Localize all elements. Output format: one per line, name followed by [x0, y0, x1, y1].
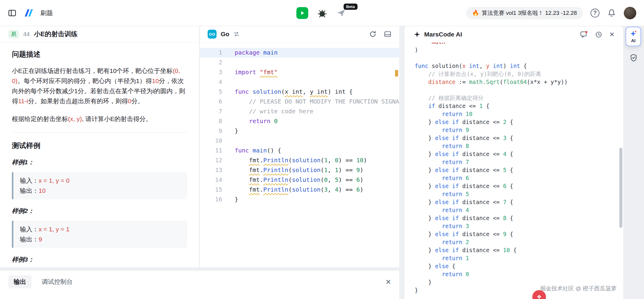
editor-line[interactable]: 6 // PLEASE DO NOT MODIFY THE FUNCTION S… — [200, 97, 399, 106]
panel-layout-icon[interactable] — [384, 30, 392, 38]
ai-code-line — [415, 86, 615, 94]
inline-code: 10 — [152, 77, 159, 84]
inline-code: (x, y) — [68, 115, 82, 122]
run-button[interactable] — [296, 7, 308, 19]
samples-heading: 测试样例 — [12, 141, 187, 150]
ai-sparkle-icon — [630, 30, 637, 37]
description-heading: 问题描述 — [12, 50, 187, 59]
ai-code-line: func solution(x int, y int) int { — [415, 62, 615, 70]
help-glyph: ? — [594, 10, 597, 16]
debug-button[interactable] — [317, 8, 327, 18]
editor-line[interactable]: 1package main — [200, 48, 399, 58]
editor-line[interactable]: 16} — [200, 195, 399, 204]
tab-debug-console[interactable]: 调试控制台 — [42, 278, 73, 286]
console-close-icon[interactable]: × — [386, 277, 391, 286]
tab-output[interactable]: 输出 — [8, 275, 31, 288]
line-number: 2 — [200, 58, 222, 67]
language-label: Go — [221, 31, 229, 38]
editor-line[interactable]: 7 // write code here — [200, 106, 399, 116]
editor-line[interactable]: 15 fmt.Println(solution(3, 4) == 6) — [200, 185, 399, 195]
inline-code: 11-i — [18, 98, 28, 104]
line-number: 10 — [200, 136, 222, 146]
go-logo: GO — [208, 30, 217, 39]
submit-button[interactable]: Beta — [336, 8, 346, 18]
ai-scrollbar-thumb[interactable] — [619, 148, 622, 228]
editor-actions — [369, 30, 392, 38]
ai-code-line: return 3 — [415, 222, 615, 230]
feedback-icon[interactable] — [580, 31, 588, 38]
ai-header: MarsCode AI × — [405, 26, 623, 42]
editor-code[interactable]: 1package main23import "fmt"45func soluti… — [200, 48, 399, 204]
editor-line[interactable]: 4 — [200, 77, 399, 87]
line-number: 12 — [200, 155, 222, 165]
reset-code-icon[interactable] — [369, 30, 377, 38]
editor-line[interactable]: 11func main() { — [200, 146, 399, 155]
top-navbar: 刷题 Beta 🔥 算法竞赛 vol1 3报名啦！ 12.23 -12.28 ? — [0, 0, 644, 26]
line-number: 6 — [200, 97, 222, 106]
side-rail: AI — [623, 26, 644, 299]
help-icon[interactable]: ? — [591, 9, 599, 18]
notification-bell-icon[interactable] — [607, 9, 616, 18]
editor-line[interactable]: 2 — [200, 58, 399, 67]
line-number: 4 — [200, 77, 222, 87]
navbar-right: 🔥 算法竞赛 vol1 3报名啦！ 12.23 -12.28 ? — [466, 7, 644, 19]
ai-code-line: return 10 — [415, 110, 615, 118]
ai-panel: MarsCode AI × "math") func solution(x in… — [405, 26, 623, 299]
problem-body: 问题描述 小E正在训练场进行射击练习，靶有10个环，靶心位于坐标(0, 0)。每… — [0, 42, 199, 265]
problem-id: 44 — [23, 31, 30, 38]
samples-container: 样例1：输入：x = 1, y = 0输出：10样例2：输入：x = 1, y … — [12, 157, 187, 265]
sample-block: 输入：x = 1, y = 1输出：9 — [12, 221, 187, 248]
warning-ruler-marker — [395, 70, 398, 77]
ai-code-line: } else if distance <= 5 { — [415, 166, 615, 174]
marscode-logo — [23, 8, 34, 18]
line-number: 7 — [200, 106, 222, 116]
problem-paragraphs: 小E正在训练场进行射击练习，靶有10个环，靶心位于坐标(0, 0)。每个环对应不… — [12, 66, 187, 124]
line-number: 16 — [200, 195, 222, 204]
editor-line[interactable]: 12 fmt.Println(solution(1, 0) == 10) — [200, 155, 399, 165]
ai-tool-button[interactable]: AI — [626, 27, 641, 46]
editor-body[interactable]: 1package main23import "fmt"45func soluti… — [200, 42, 399, 204]
ai-code-line: return 8 — [415, 142, 615, 150]
ai-code-line: return 2 — [415, 238, 615, 246]
promo-icon: 🔥 — [472, 9, 479, 16]
history-icon[interactable] — [595, 31, 602, 38]
editor-line[interactable]: 8 return 0 — [200, 116, 399, 126]
ai-close-icon[interactable]: × — [610, 30, 614, 39]
ai-code-line: return 4 — [415, 206, 615, 214]
navbar-center: Beta — [296, 0, 346, 26]
difficulty-badge: 易 — [8, 30, 19, 38]
editor-panel: GO Go 1package main23import "fmt"45func … — [200, 26, 399, 267]
editor-line[interactable]: 13 fmt.Println(solution(1, 1) == 9) — [200, 165, 399, 175]
panel-resize-handle[interactable] — [399, 26, 405, 267]
editor-line[interactable]: 10 — [200, 136, 399, 146]
product-name: 刷题 — [40, 9, 53, 17]
shield-tool-icon[interactable] — [629, 53, 638, 63]
ai-code-line: } else if distance <= 10 { — [415, 246, 615, 254]
ai-tool-label: AI — [631, 38, 636, 43]
editor-line[interactable]: 5func solution(x int, y int) int { — [200, 87, 399, 97]
ai-code-line: } else if distance <= 9 { — [415, 230, 615, 238]
user-avatar[interactable] — [624, 7, 636, 19]
editor-line[interactable]: 9} — [200, 126, 399, 136]
line-number: 11 — [200, 146, 222, 155]
ai-code-line: } else if distance <= 3 { — [415, 134, 615, 142]
ai-code-line: return 1 — [415, 254, 615, 262]
problem-paragraph: 根据给定的射击坐标(x, y), 请计算小E的射击得分。 — [12, 114, 187, 124]
ai-actions: × — [580, 30, 614, 39]
line-number: 3 — [200, 67, 222, 77]
ai-code-line — [415, 54, 615, 62]
sample-label: 样例3： — [12, 255, 187, 265]
ai-code-line: return 6 — [415, 174, 615, 182]
editor-line[interactable]: 14 fmt.Println(solution(0, 5) == 6) — [200, 175, 399, 185]
ai-code-line: return 7 — [415, 158, 615, 166]
sidebar-toggle-icon[interactable] — [8, 9, 17, 18]
editor-line[interactable]: 3import "fmt" — [200, 67, 399, 77]
section-divider — [12, 132, 187, 133]
line-number: 14 — [200, 175, 222, 185]
language-swap-icon[interactable] — [233, 31, 240, 38]
promo-banner[interactable]: 🔥 算法竞赛 vol1 3报名啦！ 12.23 -12.28 — [466, 7, 583, 19]
ai-code-line: // 计算射击点(x, y)到靶心(0, 0)的距离 — [415, 70, 615, 78]
ai-code-line: } else { — [415, 262, 615, 270]
ai-code-line: if distance <= 1 { — [415, 102, 615, 110]
problem-header: 易 44 小E的射击训练 — [0, 26, 199, 42]
